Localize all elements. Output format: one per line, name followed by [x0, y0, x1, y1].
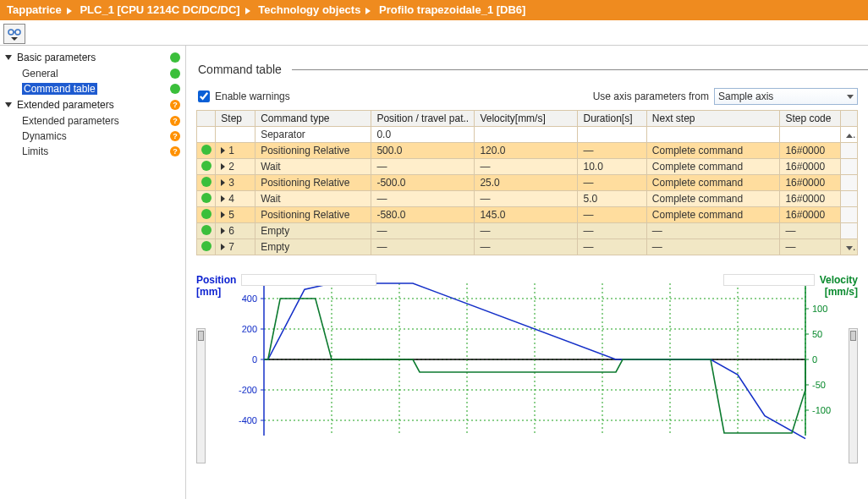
table-header[interactable]: [840, 111, 857, 127]
svg-text:0: 0: [812, 354, 817, 365]
nav-group[interactable]: Basic parameters: [0, 49, 185, 66]
breadcrumb: Tappatrice PLC_1 [CPU 1214C DC/DC/DC] Te…: [0, 0, 868, 20]
table-header[interactable]: Command type: [255, 111, 371, 127]
table-scroll-down[interactable]: [840, 239, 857, 255]
svg-text:50: 50: [812, 329, 822, 339]
table-header[interactable]: Step: [216, 111, 255, 127]
motion-chart: Position [mm] Velocity [mm/s] 4002000-20…: [196, 279, 858, 440]
svg-text:200: 200: [242, 324, 257, 334]
table-row[interactable]: 7Empty—————: [197, 239, 858, 255]
svg-text:-50: -50: [812, 380, 826, 390]
toolbar: [0, 20, 868, 46]
nav-item[interactable]: Command table: [0, 81, 185, 96]
table-row[interactable]: 3Positioning Relative-500.025.0—Complete…: [197, 175, 858, 191]
table-row[interactable]: 2Wait——10.0Complete command16#0000: [197, 159, 858, 175]
nav-item[interactable]: Dynamics?: [0, 129, 185, 144]
chart-left-scrollbar[interactable]: [196, 328, 206, 463]
command-table[interactable]: StepCommand typePosition / travel pat..V…: [196, 110, 858, 255]
glasses-icon: [8, 28, 21, 36]
nav-item[interactable]: General: [0, 66, 185, 81]
table-row[interactable]: 5Positioning Relative-580.0145.0—Complet…: [197, 207, 858, 223]
chart-canvas: 4002000-200-400100500-50-100: [196, 279, 856, 440]
table-row[interactable]: 4Wait——5.0Complete command16#0000: [197, 191, 858, 207]
table-row[interactable]: 1Positioning Relative500.0120.0—Complete…: [197, 143, 858, 159]
svg-text:-100: -100: [812, 405, 831, 415]
nav-item[interactable]: Extended parameters?: [0, 113, 185, 129]
view-mode-button[interactable]: [3, 24, 25, 44]
table-row[interactable]: 6Empty—————: [197, 223, 858, 239]
table-header[interactable]: Step code: [780, 111, 840, 127]
svg-text:0: 0: [252, 354, 257, 365]
enable-warnings-checkbox[interactable]: Enable warnings: [198, 90, 290, 102]
svg-point-0: [8, 30, 14, 35]
chart-right-scrollbar[interactable]: [849, 328, 858, 463]
table-header[interactable]: Velocity[mm/s]: [475, 111, 578, 127]
table-header[interactable]: Position / travel pat..: [371, 111, 475, 127]
svg-text:100: 100: [812, 304, 827, 314]
section-title: Command table: [198, 63, 868, 76]
table-header[interactable]: Next step: [646, 111, 780, 127]
svg-text:-400: -400: [239, 415, 257, 425]
parameter-nav: Basic parametersGeneralCommand tableExte…: [0, 46, 186, 499]
table-header[interactable]: Duration[s]: [578, 111, 646, 127]
table-scroll-up[interactable]: [840, 127, 857, 143]
nav-item[interactable]: Limits?: [0, 144, 185, 159]
svg-point-1: [15, 30, 20, 35]
table-header[interactable]: [197, 111, 216, 127]
axis-param-combo[interactable]: Sample axis: [714, 88, 858, 105]
svg-text:-200: -200: [239, 385, 257, 395]
nav-group[interactable]: Extended parameters?: [0, 96, 185, 113]
axis-param-label: Use axis parameters from: [593, 90, 709, 102]
